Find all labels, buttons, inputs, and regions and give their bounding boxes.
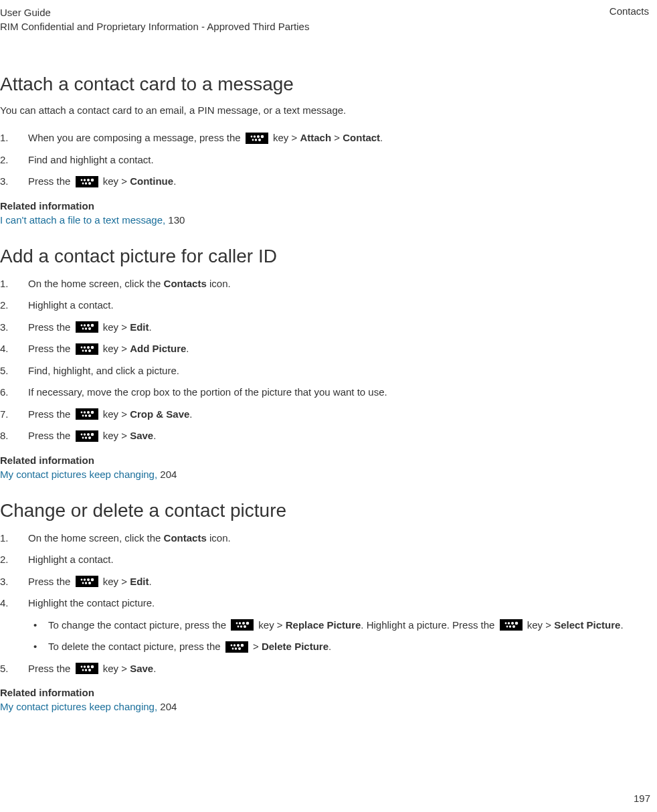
section-change-delete-picture: Change or delete a contact picture On th…: [0, 500, 649, 713]
blackberry-key-icon: [76, 343, 98, 355]
heading-attach: Attach a contact card to a message: [0, 74, 649, 95]
step-item: On the home screen, click the Contacts i…: [0, 531, 649, 546]
blackberry-key-icon: [500, 619, 523, 631]
step-item: Press the key > Edit.: [0, 574, 649, 590]
heading-add-picture: Add a contact picture for caller ID: [0, 246, 649, 267]
intro-attach: You can attach a contact card to an emai…: [0, 104, 649, 116]
blackberry-key-icon: [76, 576, 98, 587]
blackberry-key-icon: [246, 133, 268, 144]
blackberry-key-icon: [76, 321, 98, 333]
header-confidential: RIM Confidential and Proprietary Informa…: [0, 19, 309, 33]
header-section: Contacts: [609, 5, 649, 17]
section-add-picture: Add a contact picture for caller ID On t…: [0, 246, 649, 480]
step-item: Find and highlight a contact.: [0, 153, 649, 168]
step-item: Press the key > Edit.: [0, 320, 649, 335]
section-attach-contact: Attach a contact card to a message You c…: [0, 74, 649, 226]
bullet-item: To delete the contact picture, press the…: [28, 639, 649, 655]
steps-attach: When you are composing a message, press …: [0, 131, 649, 189]
page-number: 197: [634, 793, 650, 804]
step-item: Highlight a contact.: [0, 552, 649, 568]
step-item: When you are composing a message, press …: [0, 131, 649, 146]
steps-change-delete: On the home screen, click the Contacts i…: [0, 531, 649, 677]
heading-change-delete: Change or delete a contact picture: [0, 500, 649, 521]
step-item: Press the key > Save.: [0, 661, 649, 677]
steps-add-picture: On the home screen, click the Contacts i…: [0, 276, 649, 444]
step-item: Find, highlight, and click a picture.: [0, 363, 649, 379]
related-info-title: Related information: [0, 200, 649, 212]
blackberry-key-icon: [231, 619, 254, 631]
related-info-link[interactable]: My contact pictures keep changing, 204: [0, 701, 649, 712]
sub-bullets: To change the contact picture, press the…: [28, 618, 649, 655]
related-info-link[interactable]: I can't attach a file to a text message,…: [0, 214, 649, 226]
step-item: If necessary, move the crop box to the p…: [0, 385, 649, 400]
blackberry-key-icon: [76, 408, 98, 420]
header-guide-title: User Guide: [0, 5, 309, 19]
bullet-item: To change the contact picture, press the…: [28, 618, 649, 633]
step-item: Press the key > Continue.: [0, 174, 649, 189]
related-info-title: Related information: [0, 455, 649, 466]
header-left: User Guide RIM Confidential and Propriet…: [0, 5, 309, 33]
page-header: User Guide RIM Confidential and Propriet…: [0, 5, 649, 33]
step-item: Press the key > Add Picture.: [0, 341, 649, 357]
related-info-link[interactable]: My contact pictures keep changing, 204: [0, 469, 649, 480]
step-item: Highlight a contact.: [0, 298, 649, 313]
blackberry-key-icon: [225, 641, 248, 653]
step-item: Press the key > Save.: [0, 428, 649, 444]
related-info-title: Related information: [0, 687, 649, 698]
step-item: Press the key > Crop & Save.: [0, 407, 649, 422]
blackberry-key-icon: [76, 430, 98, 442]
blackberry-key-icon: [76, 176, 98, 187]
step-item: Highlight the contact picture. To change…: [0, 596, 649, 655]
blackberry-key-icon: [76, 663, 98, 674]
step-item: On the home screen, click the Contacts i…: [0, 276, 649, 292]
